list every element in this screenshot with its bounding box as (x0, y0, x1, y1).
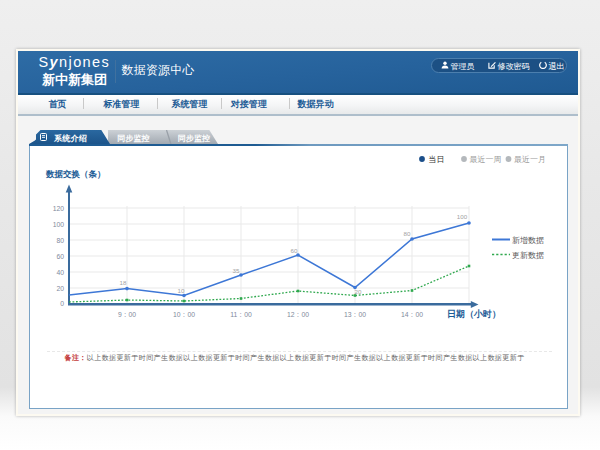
svg-text:80: 80 (56, 237, 64, 244)
svg-text:20: 20 (355, 288, 362, 295)
svg-text:日期（小时）: 日期（小时） (447, 309, 501, 319)
svg-text:当日: 当日 (429, 155, 445, 164)
svg-text:80: 80 (404, 230, 411, 237)
svg-text:11：00: 11：00 (230, 311, 252, 318)
svg-text:20: 20 (56, 285, 64, 292)
svg-text:10: 10 (178, 287, 185, 294)
svg-text:18: 18 (120, 279, 127, 286)
svg-text:12：00: 12：00 (287, 311, 309, 318)
svg-text:100: 100 (457, 213, 468, 220)
svg-text:40: 40 (56, 269, 64, 276)
svg-text:10：00: 10：00 (173, 311, 195, 318)
svg-text:新增数据: 新增数据 (512, 236, 544, 245)
svg-text:120: 120 (53, 205, 65, 212)
svg-text:9：00: 9：00 (118, 311, 136, 318)
svg-text:更新数据: 更新数据 (512, 251, 544, 260)
svg-text:最近一月: 最近一月 (514, 155, 546, 164)
svg-text:13：00: 13：00 (344, 311, 366, 318)
svg-text:35: 35 (233, 267, 240, 274)
svg-text:0: 0 (60, 300, 64, 307)
svg-text:数据交换（条）: 数据交换（条） (45, 169, 106, 179)
svg-text:60: 60 (56, 253, 64, 260)
svg-text:14：00: 14：00 (401, 311, 423, 318)
svg-text:最近一周: 最近一周 (470, 155, 502, 164)
svg-text:100: 100 (53, 221, 65, 228)
svg-text:60: 60 (291, 247, 298, 254)
